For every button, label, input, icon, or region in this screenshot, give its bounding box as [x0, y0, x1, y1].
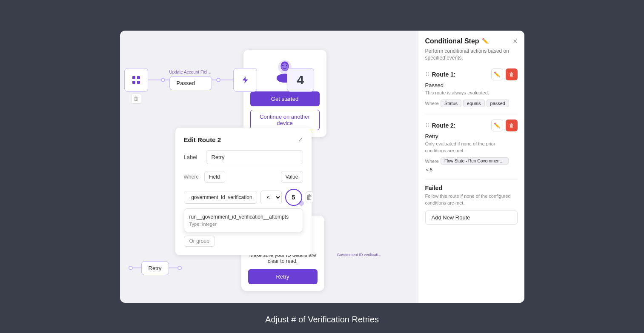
connector — [169, 268, 177, 268]
connector — [212, 80, 216, 80]
delete-node1-btn[interactable]: 🗑 — [131, 94, 141, 104]
lightning-icon — [241, 76, 249, 84]
operator-select[interactable]: < — [260, 191, 282, 204]
svg-rect-2 — [132, 81, 135, 84]
svg-rect-1 — [137, 76, 140, 79]
suggestion-type: Type: Integer — [189, 221, 298, 228]
panel-title: Conditional Step ✏️ — [425, 37, 489, 45]
node-passed[interactable]: Passed — [169, 76, 212, 90]
suggestion-dropdown: run__government_id_verification__attempt… — [184, 208, 303, 233]
route1-value-chip: passed — [487, 100, 509, 107]
connector — [220, 80, 233, 80]
connector-dot — [216, 78, 220, 82]
govt-id-label: Government ID verificati... — [337, 253, 381, 257]
node-lightning[interactable] — [233, 68, 257, 92]
value-select[interactable]: Value — [281, 171, 303, 183]
route1-section: ⠿ Route 1: ✏️ 🗑 Passed This route is alw… — [425, 68, 518, 107]
route2-name: Retry — [425, 133, 518, 139]
mobile-preview-top: Get started Continue on another device — [243, 50, 326, 137]
route2-field-chip: Flow State - Run Government Id Verificat… — [441, 157, 509, 165]
node-icon-start[interactable] — [124, 68, 148, 92]
route2-lt: < 5 — [426, 167, 433, 172]
drag-handle[interactable]: ⠿ — [425, 71, 429, 78]
connector — [165, 80, 169, 80]
route2-drag: ⠿ Route 2: — [425, 122, 456, 129]
route2-title: Route 2: — [432, 122, 456, 129]
page-bottom-label: Adjust # of Verification Retries — [265, 315, 379, 324]
connector — [148, 80, 161, 80]
route1-delete-btn[interactable]: 🗑 — [506, 68, 518, 80]
main-container: 🗑 Update Account Fields fr... Passed — [120, 31, 524, 303]
failed-section: Failed Follow this route if none of the … — [425, 185, 518, 225]
condition-where: Where — [184, 174, 201, 180]
route1-edit-btn[interactable]: ✏️ — [491, 68, 503, 80]
canvas-area: 🗑 Update Account Fields fr... Passed — [120, 31, 418, 303]
route2-delete-btn[interactable]: 🗑 — [506, 120, 518, 131]
failed-title: Failed — [425, 185, 518, 191]
route2-where: Where — [425, 159, 439, 164]
route2-condition: Where Flow State - Run Government Id Ver… — [425, 157, 518, 165]
failed-desc: Follow this route if none of the configu… — [425, 193, 518, 206]
route2-actions: ✏️ 🗑 — [491, 120, 518, 131]
connector — [133, 268, 141, 268]
field-select[interactable]: Field — [204, 171, 225, 183]
panel-title-text: Conditional Step — [425, 37, 479, 45]
get-started-btn[interactable]: Get started — [250, 91, 320, 106]
route1-name: Passed — [425, 82, 518, 88]
add-route-btn[interactable]: Add New Route — [425, 211, 518, 225]
delete-condition-btn[interactable]: 🗑 — [306, 191, 313, 203]
field-name-input[interactable] — [184, 191, 257, 204]
svg-rect-3 — [137, 81, 140, 84]
divider2 — [425, 179, 518, 179]
grid-icon — [131, 75, 141, 85]
retry-btn[interactable]: Retry — [248, 269, 318, 284]
suggestion-item[interactable]: run__government_id_verification__attempt… — [189, 213, 298, 228]
svg-point-7 — [282, 65, 284, 66]
label-text: Label — [184, 154, 201, 160]
bottom-connector-dot1 — [129, 266, 133, 270]
route2-section: ⠿ Route 2: ✏️ 🗑 Retry Only evaluated if … — [425, 120, 518, 172]
route1-drag: ⠿ Route 1: — [425, 71, 456, 78]
svg-rect-0 — [132, 76, 135, 79]
drag-handle2[interactable]: ⠿ — [425, 122, 429, 129]
node-4[interactable]: 4 — [287, 68, 314, 92]
route2-edit-btn[interactable]: ✏️ — [491, 120, 503, 131]
route2-desc: Only evaluated if none of the prior cond… — [425, 141, 518, 154]
suggestion-name: run__government_id_verification__attempt… — [189, 213, 298, 221]
number-node-text: 4 — [297, 73, 304, 87]
panel-edit-icon[interactable]: ✏️ — [482, 38, 489, 44]
expand-icon[interactable]: ⤢ — [298, 136, 303, 143]
or-group-btn[interactable]: Or group — [184, 236, 215, 247]
route1-operator-chip: equals — [463, 100, 484, 107]
govt-id-node-container: Government ID verificati... — [337, 253, 381, 282]
route1-actions: ✏️ 🗑 — [491, 68, 518, 80]
label-input[interactable] — [206, 150, 303, 164]
route1-title: Route 1: — [432, 71, 456, 78]
route1-where: Where — [425, 101, 439, 106]
node2-label: Update Account Fields fr... — [169, 70, 212, 74]
bottom-connector-dot2 — [177, 266, 182, 270]
divider1 — [425, 114, 518, 114]
panel-subtitle: Perform conditional actions based on spe… — [425, 48, 518, 62]
connector-dot — [161, 78, 165, 82]
svg-point-8 — [286, 65, 288, 66]
close-panel-btn[interactable]: × — [513, 37, 518, 45]
route2-lt-row: < 5 — [425, 167, 518, 172]
edit-route-panel: Edit Route 2 ⤢ Label Where Field Value — [175, 128, 312, 256]
route1-desc: This route is always evaluated. — [425, 90, 518, 96]
node-retry[interactable]: Retry — [141, 261, 169, 275]
right-panel: Conditional Step ✏️ × Perform conditiona… — [418, 31, 524, 303]
route1-condition: Where Status equals passed — [425, 100, 518, 107]
route1-field-chip: Status — [441, 100, 461, 107]
edit-route-title: Edit Route 2 — [184, 136, 221, 143]
continue-device-btn[interactable]: Continue on another device — [250, 110, 320, 130]
